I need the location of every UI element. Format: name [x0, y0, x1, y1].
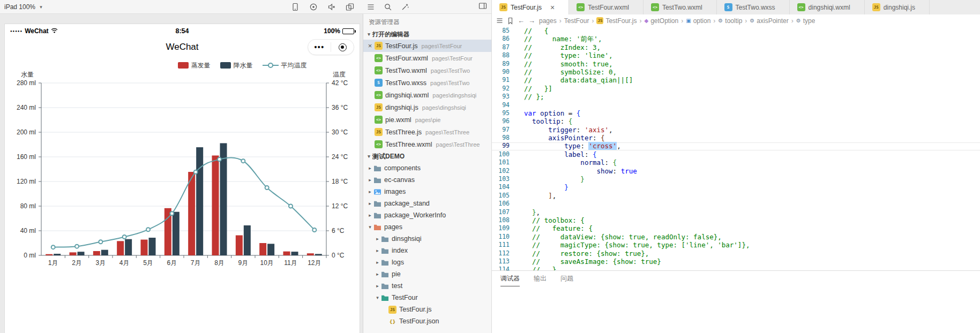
line-number[interactable]: 94 [492, 101, 517, 109]
code-line-108[interactable]: 108 // toolbox: { [492, 216, 980, 224]
breadcrumb-item-TestFour[interactable]: TestFour [564, 17, 589, 25]
tree-item-dinsghsiqi[interactable]: ▸dinsghsiqi [363, 233, 491, 245]
code-line-112[interactable]: 112 // restore: {show: true}, [492, 249, 980, 258]
open-editor-TestTwo.wxss[interactable]: STestTwo.wxsspages\TestTwo [363, 77, 491, 89]
code-line-99[interactable]: 99 type: 'cross', [492, 142, 980, 150]
log-list-icon[interactable] [366, 3, 375, 11]
code-line-95[interactable]: 95var option = { [492, 109, 980, 117]
code-line-113[interactable]: 113 // saveAsImage: {show: true} [492, 258, 980, 266]
code-line-103[interactable]: 103 } [492, 175, 980, 183]
breadcrumb-item-axisPointer[interactable]: ⚙axisPointer [750, 17, 788, 25]
line-number[interactable]: 99 [492, 142, 517, 150]
breadcrumb-item-type[interactable]: ⚙type [796, 17, 816, 25]
code-line-87[interactable]: 87// zIndex: 3, [492, 43, 980, 51]
code-line-110[interactable]: 110 // dataView: {show: true, readOnly: … [492, 233, 980, 241]
line-number[interactable]: 100 [492, 150, 517, 158]
line-number[interactable]: 93 [492, 93, 517, 101]
panel-tab-问题[interactable]: 问题 [560, 271, 573, 286]
code-line-97[interactable]: 97 trigger: 'axis', [492, 126, 980, 134]
code-line-90[interactable]: 90// symbolSize: 0, [492, 68, 980, 76]
line-number[interactable]: 90 [492, 68, 517, 76]
line-number[interactable]: 95 [492, 109, 517, 117]
editor-tab-TestFour.js[interactable]: JSTestFour.js× [492, 0, 569, 14]
line-number[interactable]: 113 [492, 258, 517, 266]
open-editor-dingshiqi.js[interactable]: JSdingshiqi.jspages\dingshsiqi [363, 101, 491, 113]
code-editor[interactable]: 85// {86// name: '前年',87// zIndex: 3,88/… [492, 27, 980, 270]
line-number[interactable]: 104 [492, 183, 517, 191]
rotate-screen-icon[interactable] [346, 3, 354, 11]
close-file-icon[interactable]: × [365, 42, 375, 49]
code-line-106[interactable]: 106 [492, 200, 980, 208]
project-root-header[interactable]: ▾ 测试DEMO [363, 150, 491, 162]
panel-tab-调试器[interactable]: 调试器 [500, 271, 520, 286]
code-line-107[interactable]: 107 }, [492, 208, 980, 216]
open-editor-TestFour.wxml[interactable]: <>TestFour.wxmlpages\TestFour [363, 52, 491, 64]
code-line-86[interactable]: 86// name: '前年', [492, 35, 980, 43]
line-number[interactable]: 89 [492, 60, 517, 68]
tree-item-package_WorkerInfo[interactable]: ▸package_WorkerInfo [363, 209, 491, 221]
panel-tab-输出[interactable]: 输出 [534, 271, 547, 286]
line-number[interactable]: 86 [492, 35, 517, 43]
editor-tab-dingshiqi.js[interactable]: JSdingshiqi.js [865, 0, 930, 14]
tree-item-ec-canvas[interactable]: ▸ec-canvas [363, 174, 491, 186]
tree-item-logs[interactable]: ▸logs [363, 256, 491, 268]
breadcrumb-item-getOption[interactable]: ◆getOption [644, 17, 678, 25]
code-line-98[interactable]: 98 axisPointer: { [492, 134, 980, 142]
line-number[interactable]: 98 [492, 134, 517, 142]
code-line-93[interactable]: 93// }; [492, 93, 980, 101]
line-number[interactable]: 108 [492, 216, 517, 224]
tree-item-pie[interactable]: ▸pie [363, 268, 491, 280]
open-editor-TestFour.js[interactable]: ×JSTestFour.jspages\TestFour [363, 40, 491, 52]
panel-toggle-icon[interactable] [478, 2, 487, 10]
code-line-111[interactable]: 111 // magicType: {show: true, type: ['l… [492, 241, 980, 249]
open-editor-TestTwo.wxml[interactable]: <>TestTwo.wxmlpages\TestTwo [363, 64, 491, 77]
editor-tab-TestTwo.wxss[interactable]: STestTwo.wxss [717, 0, 790, 14]
tablet-icon[interactable] [291, 3, 300, 11]
line-number[interactable]: 101 [492, 158, 517, 166]
open-editor-TestThree.js[interactable]: JSTestThree.jspages\TestThree [363, 126, 491, 138]
code-line-102[interactable]: 102 show: true [492, 167, 980, 175]
chart-canvas[interactable]: 0 ml0 °C40 ml6 °C80 ml12 °C120 ml18 °C16… [5, 78, 360, 268]
line-number[interactable]: 105 [492, 192, 517, 200]
code-line-85[interactable]: 85// { [492, 27, 980, 35]
line-number[interactable]: 107 [492, 208, 517, 216]
line-number[interactable]: 88 [492, 51, 517, 59]
breadcrumb-item-TestFour.js[interactable]: JSTestFour.js [596, 17, 637, 25]
line-number[interactable]: 102 [492, 167, 517, 175]
device-selector[interactable]: iPad 100% ▾ [4, 3, 44, 11]
record-icon[interactable] [309, 3, 318, 11]
editor-tab-TestTwo.wxml[interactable]: <>TestTwo.wxml [644, 0, 717, 14]
tree-item-package_stand[interactable]: ▸package_stand [363, 198, 491, 209]
tree-item-test[interactable]: ▸test [363, 280, 491, 292]
tree-item-images[interactable]: ▸images [363, 186, 491, 198]
code-line-104[interactable]: 104 } [492, 183, 980, 191]
open-editors-header[interactable]: ▾ 打开的编辑器 [363, 29, 491, 40]
open-editor-TestThree.wxml[interactable]: <>TestThree.wxmlpages\TestThree [363, 138, 491, 150]
code-line-92[interactable]: 92// }] [492, 85, 980, 93]
line-number[interactable]: 111 [492, 241, 517, 249]
nav-back-icon[interactable]: ← [518, 17, 525, 24]
code-line-94[interactable]: 94 [492, 101, 980, 109]
line-number[interactable]: 109 [492, 224, 517, 232]
tree-item-TestFour[interactable]: ▾TestFour [363, 292, 491, 304]
code-line-89[interactable]: 89// smooth: true, [492, 60, 980, 68]
more-menu-button[interactable]: ••• [308, 43, 331, 51]
line-number[interactable]: 96 [492, 117, 517, 125]
legend-蒸发量[interactable]: 蒸发量 [178, 61, 211, 70]
breadcrumb-item-option[interactable]: ▣option [686, 17, 710, 25]
line-number[interactable]: 87 [492, 43, 517, 51]
mute-icon[interactable] [327, 3, 336, 11]
open-editor-pie.wxml[interactable]: <>pie.wxmlpages\pie [363, 113, 491, 126]
code-line-88[interactable]: 88// type: 'line', [492, 51, 980, 59]
inspect-wand-icon[interactable] [401, 3, 409, 11]
code-line-109[interactable]: 109 // feature: { [492, 224, 980, 232]
line-number[interactable]: 112 [492, 249, 517, 258]
code-line-114[interactable]: 114 // } [492, 266, 980, 270]
legend-平均温度[interactable]: 平均温度 [263, 61, 307, 70]
code-line-91[interactable]: 91// data:data_qian||[] [492, 76, 980, 84]
line-number[interactable]: 92 [492, 85, 517, 93]
editor-tab-TestFour.wxml[interactable]: <>TestFour.wxml [569, 0, 644, 14]
code-line-100[interactable]: 100 label: { [492, 150, 980, 158]
open-editor-dingshiqi.wxml[interactable]: <>dingshiqi.wxmlpages\dingshsiqi [363, 89, 491, 101]
breadcrumb-item-pages[interactable]: pages [539, 17, 557, 25]
